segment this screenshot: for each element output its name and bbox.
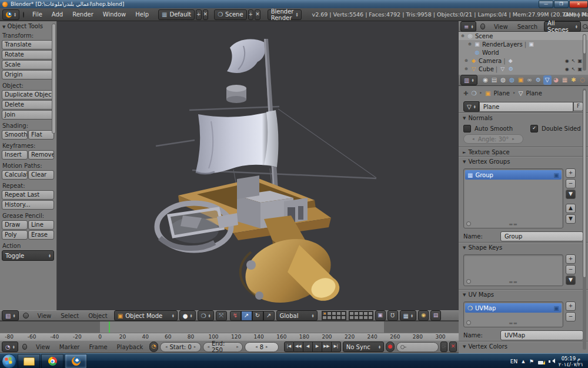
list-resize-grip[interactable]: ▬▬	[509, 321, 517, 326]
layer-toggle[interactable]	[359, 311, 363, 316]
expand-icon[interactable]: ⊕	[465, 58, 469, 63]
breadcrumb-object[interactable]: Plane	[494, 90, 510, 97]
collapse-menus-button[interactable]	[22, 344, 27, 350]
render-still-button[interactable]: ◉	[418, 310, 429, 321]
shape-key-specials-button[interactable]: ▼	[566, 276, 576, 285]
toolshelf-button-draw[interactable]: Draw	[2, 220, 28, 230]
layer-toggle[interactable]	[349, 316, 354, 320]
toolshelf-button-smooth[interactable]: Smooth	[2, 130, 28, 140]
editor-type-button-timeline[interactable]: ◔ ▲ ▼	[2, 342, 18, 352]
manipulator-translate-button[interactable]: ↗	[241, 311, 252, 321]
layer-toggle[interactable]	[332, 316, 336, 320]
frame-start-field[interactable]: ◂ Start: 0 ▸	[160, 342, 202, 352]
layer-toggle[interactable]	[368, 316, 373, 320]
layer-toggle[interactable]	[341, 316, 346, 320]
renderability-camera-icon[interactable]: ▣	[577, 58, 582, 64]
move-vertex-group-up-button[interactable]: ▲	[566, 204, 576, 213]
playback-jump-to-start-button[interactable]: |◀	[284, 342, 294, 352]
layer-toggle[interactable]	[349, 311, 354, 316]
network-warning-icon[interactable]	[538, 359, 544, 364]
add-vertex-group-button[interactable]: +	[566, 168, 576, 178]
toolshelf-button-scale[interactable]: Scale	[2, 60, 54, 69]
speaker-icon[interactable]	[549, 359, 554, 364]
toolshelf-button-history[interactable]: History...	[2, 200, 54, 210]
transform-orientation-selector[interactable]: Global ▲ ▼	[276, 310, 318, 321]
keying-set-field[interactable]	[396, 342, 439, 352]
viewport-shading-selector[interactable]: ● ▲ ▼	[179, 310, 196, 321]
toolshelf-button-flat[interactable]: Flat	[28, 130, 54, 140]
editor-type-button-info[interactable]: ▲ ▼	[2, 9, 19, 20]
list-resize-grip[interactable]: ▬▬	[509, 222, 517, 227]
action-center-flag-icon[interactable]: ⚑	[529, 359, 534, 364]
sync-mode-selector[interactable]: No Sync ▲ ▼	[343, 342, 384, 352]
toolshelf-button-clear[interactable]: Clear	[28, 170, 54, 180]
delete-scene-button[interactable]: ✕	[255, 9, 260, 20]
outliner-row-renderlayers[interactable]: ⊕ ▣ RenderLayers | ▣	[459, 40, 588, 48]
outliner-row-cube[interactable]: ⊕ ▽ Cube | ▽ ⚙ ◉ ↖ ▣	[459, 65, 588, 73]
toolshelf-button-duplicate-objects[interactable]: Duplicate Objects	[2, 90, 54, 100]
vertex-groups-panel-header[interactable]: ▼ Vertex Groups	[459, 157, 588, 166]
collapse-menus-button[interactable]	[23, 313, 29, 319]
toolshelf-button-origin[interactable]: Origin	[2, 70, 54, 79]
uv-render-icon[interactable]: ▣	[554, 305, 559, 311]
manipulator-rotate-button[interactable]: ↻	[252, 311, 263, 321]
lock-icon[interactable]: ▣	[554, 172, 559, 178]
properties-tab-render-layers[interactable]: ▤	[490, 75, 499, 85]
current-frame-line[interactable]	[109, 321, 110, 333]
list-resize-grip[interactable]: ▬▬	[509, 280, 517, 284]
selectability-cursor-icon[interactable]: ↖	[572, 58, 576, 64]
layer-toggle[interactable]	[322, 311, 327, 316]
properties-scrollbar[interactable]	[583, 88, 586, 350]
layer-toggle[interactable]	[354, 311, 359, 316]
layer-toggle[interactable]	[336, 316, 341, 320]
layer-toggle[interactable]	[336, 311, 341, 316]
vertex-group-name-field[interactable]: Group	[500, 231, 583, 241]
editor-type-button-properties[interactable]: ▥ ▲ ▼	[460, 75, 477, 85]
manipulator-axes-icon[interactable]: ↯	[230, 311, 241, 321]
collapse-menus-button[interactable]	[23, 12, 24, 18]
outliner-scrollbar[interactable]	[583, 34, 586, 71]
timeline-menu-marker[interactable]: Marker	[55, 344, 85, 350]
properties-tab-constraints[interactable]: ∞	[526, 75, 534, 85]
info-menu-window[interactable]: Window	[98, 11, 131, 18]
breadcrumb-data[interactable]: Plane	[526, 90, 542, 97]
double-sided-checkbox[interactable]: ✓	[530, 125, 538, 132]
toolshelf-button-poly[interactable]: Poly	[2, 230, 28, 240]
clock[interactable]: 05:19 م ٢٠١٤/٠٧/٢١	[559, 356, 583, 367]
manipulator-scale-button[interactable]: ↗	[263, 311, 275, 321]
layer-toggle[interactable]	[341, 311, 346, 316]
remove-uv-map-button[interactable]: −	[566, 312, 576, 321]
render-animation-button[interactable]: ▤	[430, 310, 441, 321]
viewport-3d[interactable]	[57, 21, 459, 310]
tool-shelf-scrollbar[interactable]	[52, 24, 56, 134]
playback-jump-to-end-button[interactable]: ▶|	[332, 342, 341, 352]
uv-maps-list[interactable]: ❍ UVMap ▣ ▬▬	[463, 301, 563, 327]
list-corner-button[interactable]	[466, 320, 471, 325]
remove-vertex-group-button[interactable]: −	[566, 179, 576, 188]
taskbar-chrome-button[interactable]	[41, 354, 64, 368]
pin-icon[interactable]: ✚	[463, 90, 468, 97]
vertex-group-item[interactable]: ▦ Group ▣	[465, 170, 562, 180]
list-corner-button[interactable]	[466, 279, 471, 284]
editor-type-button-view3d[interactable]: ▧ ▲ ▼	[2, 310, 19, 321]
layer-toggle[interactable]	[363, 316, 368, 320]
view3d-menu-object[interactable]: Object	[83, 313, 112, 319]
editor-type-button-outliner[interactable]: ≡ ▲ ▼	[460, 21, 476, 32]
collapse-menus-button[interactable]	[480, 24, 485, 29]
view3d-menu-view[interactable]: View	[33, 313, 56, 319]
uv-maps-panel-header[interactable]: ▼ UV Maps	[459, 290, 588, 299]
add-scene-button[interactable]: +	[248, 9, 254, 20]
playback-play-button[interactable]: ▶	[313, 342, 322, 352]
delete-keyframe-button[interactable]: ✕	[449, 342, 457, 352]
toolshelf-button-erase[interactable]: Erase	[28, 230, 54, 240]
properties-tab-texture[interactable]: ▦	[561, 75, 569, 85]
window-titlebar[interactable]: Blender* [D:\اعمالي بلندر\ملوعات\shep.bl…	[0, 0, 588, 8]
delete-layout-button[interactable]: ✕	[203, 9, 209, 20]
action-toggle-dropdown[interactable]: Toggle ▲ ▼	[2, 250, 54, 261]
layer-toggle[interactable]	[322, 316, 327, 320]
frame-end-field[interactable]: ◂ End: 250 ▸	[203, 342, 242, 352]
expand-icon[interactable]: ⊕	[465, 67, 469, 71]
timeline-menu-frame[interactable]: Frame	[84, 344, 112, 350]
scene-selector[interactable]: ❍ Scene	[214, 9, 246, 20]
properties-tab-particles[interactable]: ✱	[570, 75, 578, 85]
